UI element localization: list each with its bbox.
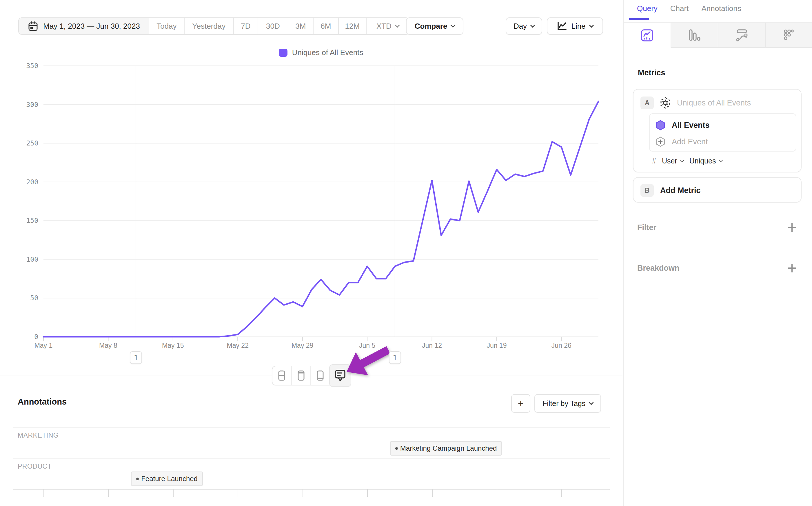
metric-card-a: A Uniques of All Events All Events [633, 89, 802, 172]
line-chart-icon [557, 21, 567, 31]
chevron-down-icon [395, 23, 399, 28]
tab-chart[interactable]: Chart [670, 4, 689, 16]
preset-7d[interactable]: 7D [233, 18, 258, 34]
metric-letter-badge: A [640, 96, 654, 109]
sidebar-tabs: Query Chart Annotations [637, 4, 741, 16]
annotation-label: Feature Launched [141, 475, 198, 483]
svg-text:May 1: May 1 [34, 342, 53, 349]
svg-text:350: 350 [26, 62, 38, 70]
metric-a-header[interactable]: A Uniques of All Events [633, 90, 801, 109]
layout-bottom-icon [314, 370, 326, 382]
timeline-tick [432, 489, 433, 497]
annotation-dot-icon [136, 478, 139, 480]
add-metric-label: Add Metric [660, 186, 701, 195]
svg-text:Jun 26: Jun 26 [551, 342, 571, 349]
layout-bottom-button[interactable] [310, 366, 330, 385]
annotation-bubble-icon [334, 369, 346, 382]
dots-grid-icon [783, 28, 796, 42]
annotation-event-badge[interactable]: Marketing Campaign Launched [390, 441, 502, 455]
timeline-tick [238, 489, 238, 497]
timeline-tick [302, 489, 303, 497]
insights-line-icon [640, 29, 654, 42]
entity-dropdown[interactable]: User [662, 157, 684, 165]
chevron-down-icon [719, 158, 723, 162]
timeline-tick [367, 489, 368, 497]
row-divider [13, 458, 610, 459]
chart-type-dropdown[interactable]: Line [547, 17, 603, 35]
metric-name-placeholder[interactable]: Uniques of All Events [677, 98, 751, 107]
aggregation-dropdown[interactable]: Uniques [690, 157, 722, 165]
tab-query[interactable]: Query [637, 4, 657, 16]
event-row-all-events[interactable]: All Events [650, 114, 796, 133]
preset-3m[interactable]: 3M [288, 18, 313, 34]
layout-split-button[interactable] [272, 366, 291, 385]
preset-xtd-dropdown[interactable]: XTD [366, 18, 409, 34]
chart-legend: Uniques of All Events [43, 48, 599, 57]
svg-text:200: 200 [26, 178, 38, 186]
add-event-label: Add Event [672, 137, 708, 146]
svg-text:150: 150 [26, 217, 38, 224]
chart-type-flows-tab[interactable] [718, 23, 765, 48]
annotations-timeline [13, 489, 610, 490]
chevron-down-icon [589, 23, 594, 28]
annotation-dot-icon [395, 447, 398, 450]
legend-label: Uniques of All Events [292, 48, 363, 57]
annotation-group-marketing: MARKETING [18, 431, 59, 439]
chart-type-insights-tab[interactable] [624, 23, 670, 48]
svg-text:May 15: May 15 [162, 342, 184, 349]
event-card: All Events Add Event [649, 113, 796, 152]
svg-text:300: 300 [26, 101, 38, 108]
svg-text:May 29: May 29 [291, 342, 313, 349]
date-range-label: May 1, 2023 — Jun 30, 2023 [43, 22, 140, 31]
annotation-label: Marketing Campaign Launched [400, 444, 497, 452]
add-annotation-button[interactable]: + [511, 394, 530, 413]
svg-text:May 8: May 8 [99, 342, 117, 349]
svg-text:May 22: May 22 [227, 342, 249, 349]
add-event-row[interactable]: Add Event [650, 133, 796, 151]
layout-split-icon [276, 370, 287, 382]
timeline-tick [497, 489, 497, 497]
add-filter-plus-icon[interactable] [787, 223, 797, 233]
chevron-down-icon [451, 23, 456, 28]
preset-6m[interactable]: 6M [313, 18, 338, 34]
legend-swatch [279, 49, 287, 57]
hash-symbol: # [652, 157, 656, 165]
svg-text:Jun 12: Jun 12 [422, 342, 442, 349]
add-breakdown-plus-icon[interactable] [787, 263, 797, 273]
tab-annotations[interactable]: Annotations [701, 4, 741, 16]
granularity-dropdown[interactable]: Day [506, 17, 542, 35]
add-event-icon [655, 136, 665, 147]
metric-settings-icon[interactable] [659, 96, 672, 109]
preset-yesterday[interactable]: Yesterday [184, 18, 233, 34]
annotation-bubble-button[interactable] [329, 364, 351, 387]
breakdown-section-label: Breakdown [637, 264, 680, 273]
line-chart[interactable]: 050100150200250300350May 1May 8May 15May… [0, 0, 623, 386]
active-tab-underline [629, 18, 649, 20]
chart-type-bar-tab[interactable] [670, 23, 718, 48]
preset-12m[interactable]: 12M [338, 18, 366, 34]
timeline-tick [561, 489, 562, 497]
annotation-event-badge[interactable]: Feature Launched [131, 472, 203, 486]
layout-top-icon [295, 370, 307, 382]
svg-text:Jun 19: Jun 19 [486, 342, 507, 349]
date-range-button[interactable]: May 1, 2023 — Jun 30, 2023 [19, 18, 149, 34]
annotation-count-badge[interactable]: 1 [130, 351, 142, 364]
date-range-group: May 1, 2023 — Jun 30, 2023 Today Yesterd… [18, 17, 410, 35]
row-divider [13, 427, 610, 428]
compare-button[interactable]: Compare [406, 17, 463, 35]
svg-text:50: 50 [30, 294, 38, 302]
add-metric-card[interactable]: B Add Metric [633, 177, 802, 202]
annotation-count-badge[interactable]: 1 [389, 351, 401, 364]
insights-report-app: 050100150200250300350May 1May 8May 15May… [0, 0, 812, 506]
filter-by-tags-button[interactable]: Filter by Tags [534, 394, 601, 413]
flows-icon [735, 28, 749, 42]
event-hexagon-icon [655, 120, 665, 131]
preset-30d[interactable]: 30D [258, 18, 288, 34]
timeline-tick [43, 489, 44, 497]
layout-top-button[interactable] [291, 366, 311, 385]
preset-today[interactable]: Today [149, 18, 184, 34]
timeline-tick [173, 489, 174, 497]
chevron-down-icon [530, 23, 535, 28]
chart-type-more-tab[interactable] [765, 23, 812, 48]
svg-text:Jun 5: Jun 5 [359, 342, 375, 349]
